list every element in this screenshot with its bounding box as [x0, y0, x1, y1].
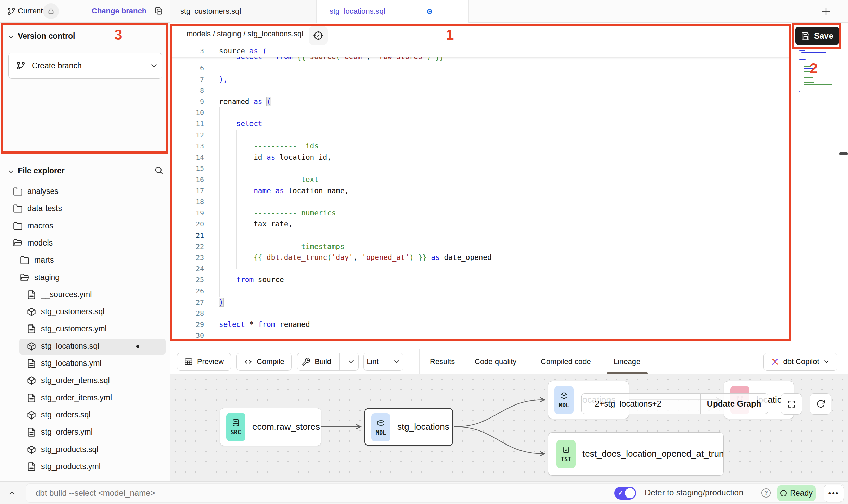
branch-status-cell: Current Change branch: [0, 0, 170, 23]
lint-label[interactable]: Lint: [364, 357, 382, 366]
file-name: stg_customers.sql: [41, 307, 104, 316]
more-options-button[interactable]: •••: [824, 485, 844, 502]
file-name: marts: [34, 255, 54, 265]
file-tree-item-data-tests[interactable]: data-tests: [0, 201, 170, 217]
badge-label: SRC: [231, 429, 241, 436]
file-tree-item-stg-order-items-yml[interactable]: stg_order_items.yml: [0, 390, 170, 406]
minimap-line: [799, 91, 800, 92]
minimap-line: [804, 79, 809, 79]
fullscreen-button[interactable]: [781, 393, 802, 415]
code-line-5: select * from {{ source('ecom', 'raw_sto…: [170, 57, 791, 63]
file-tree-item-stg-orders-sql[interactable]: stg_orders.sql: [0, 407, 170, 423]
file-icon: [27, 393, 36, 403]
fullscreen-icon: [787, 400, 796, 409]
ready-status-button[interactable]: Ready: [777, 485, 816, 501]
code-area[interactable]: 3source as ( select * from {{ source('ec…: [170, 45, 791, 349]
lineage-node-stg-locations[interactable]: MDL stg_locations: [364, 408, 453, 446]
file-tree-item-stg-order-items-sql[interactable]: stg_order_items.sql: [0, 373, 170, 389]
indent-guide: [219, 107, 220, 296]
chevron-down-icon: [823, 358, 830, 366]
lineage-graph[interactable]: SRC ecom.raw_stores MDL stg_locations MD…: [170, 374, 848, 481]
chevron-down-icon[interactable]: [344, 358, 358, 366]
file-name: stg_orders.yml: [41, 427, 93, 437]
file-tree-item-stg-customers-yml[interactable]: stg_customers.yml: [0, 321, 170, 337]
file-tree-item-stg-locations-sql[interactable]: stg_locations.sql: [0, 339, 170, 355]
file-tree-item-staging[interactable]: staging: [0, 270, 170, 286]
tab-stg-locations[interactable]: stg_locations.sql: [317, 0, 469, 23]
clipboard-check-icon: [562, 446, 570, 454]
minimap-line: [799, 56, 800, 56]
file-explorer-header[interactable]: File explorer: [0, 165, 170, 183]
copilot-compass-button[interactable]: [309, 26, 328, 45]
tab-compiled-code[interactable]: Compiled code: [541, 349, 591, 374]
save-icon: [801, 31, 810, 40]
tab-lineage[interactable]: Lineage: [614, 349, 640, 374]
file-tree-item-stg-products-yml[interactable]: stg_products.yml: [0, 459, 170, 475]
create-branch-button[interactable]: Create branch: [8, 53, 162, 79]
lint-split-button[interactable]: Lint: [363, 353, 403, 371]
file-tree-item-stg-orders-yml[interactable]: stg_orders.yml: [0, 424, 170, 440]
change-branch-link[interactable]: Change branch: [92, 6, 146, 15]
code-line-21: 21: [170, 230, 791, 241]
divider: [339, 353, 340, 370]
code-line-25: 25 from source: [170, 274, 791, 286]
preview-button[interactable]: Preview: [177, 353, 231, 371]
file-tree-item-models[interactable]: models: [0, 235, 170, 251]
model-icon: [27, 342, 36, 351]
folder-icon: [13, 204, 23, 213]
build-label: Build: [314, 357, 331, 366]
panel-resize-handle[interactable]: [839, 152, 848, 155]
file-name: __sources.yml: [41, 290, 92, 299]
copy-icon[interactable]: [154, 6, 164, 16]
code-line-14: 14 id as location_id,: [170, 152, 791, 163]
minimap-line: [804, 77, 814, 78]
chevron-down-icon[interactable]: [150, 61, 158, 70]
refresh-button[interactable]: [810, 393, 831, 415]
file-tree-item-stg-products-sql[interactable]: stg_products.sql: [0, 442, 170, 458]
lineage-selector-input[interactable]: [581, 393, 701, 414]
version-control-header[interactable]: Version control: [0, 30, 170, 48]
dbt-copilot-button[interactable]: dbt Copilot: [763, 353, 837, 371]
divider: [143, 53, 143, 78]
minimap-line: [804, 82, 815, 83]
file-name: stg_order_items.sql: [41, 376, 110, 385]
defer-toggle[interactable]: ✓: [614, 487, 636, 500]
file-name: stg_products.sql: [41, 445, 98, 454]
divider: [0, 161, 170, 161]
editor-minimap[interactable]: [791, 45, 839, 349]
modified-dot: [136, 345, 139, 348]
update-graph-button[interactable]: Update Graph: [700, 393, 768, 414]
file-tree-item-stg-customers-sql[interactable]: stg_customers.sql: [0, 304, 170, 320]
wrench-icon: [301, 357, 310, 366]
help-icon[interactable]: ?: [761, 488, 771, 498]
chevron-down-icon[interactable]: [390, 358, 403, 366]
build-split-button[interactable]: Build: [297, 353, 359, 371]
file-tree-item-analyses[interactable]: analyses: [0, 184, 170, 200]
file-tree-item-macros[interactable]: macros: [0, 218, 170, 234]
code-line-20: 20 tax_rate,: [170, 218, 791, 230]
folder-icon: [20, 255, 29, 265]
chevron-down-icon: [7, 33, 15, 41]
lineage-node-test[interactable]: TST test_does_location_opened_at_trunc_t…: [548, 432, 724, 476]
build-main[interactable]: Build: [297, 357, 335, 366]
save-label: Save: [814, 31, 833, 41]
minimap-line: [801, 63, 805, 63]
tab-results[interactable]: Results: [430, 349, 455, 374]
model-icon: [27, 376, 36, 385]
file-tree-item--sources-yml[interactable]: __sources.yml: [0, 287, 170, 303]
dbt-copilot-logo-icon: [771, 357, 780, 366]
code-line-30: 30: [170, 330, 791, 341]
minimap-line: [801, 88, 807, 88]
collapse-panel-button[interactable]: [0, 482, 24, 504]
save-button[interactable]: Save: [795, 27, 839, 45]
defer-label: Defer to staging/production: [645, 488, 743, 498]
file-tree-item-marts[interactable]: marts: [0, 252, 170, 268]
new-tab-button[interactable]: [820, 5, 832, 17]
lineage-node-source[interactable]: SRC ecom.raw_stores: [220, 408, 321, 446]
divider: [386, 353, 386, 370]
file-tree-item-stg-locations-yml[interactable]: stg_locations.yml: [0, 356, 170, 372]
tab-code-quality[interactable]: Code quality: [475, 349, 516, 374]
tab-stg-customers[interactable]: stg_customers.sql: [170, 0, 317, 23]
compile-button[interactable]: Compile: [236, 353, 292, 371]
search-icon[interactable]: [154, 165, 164, 175]
